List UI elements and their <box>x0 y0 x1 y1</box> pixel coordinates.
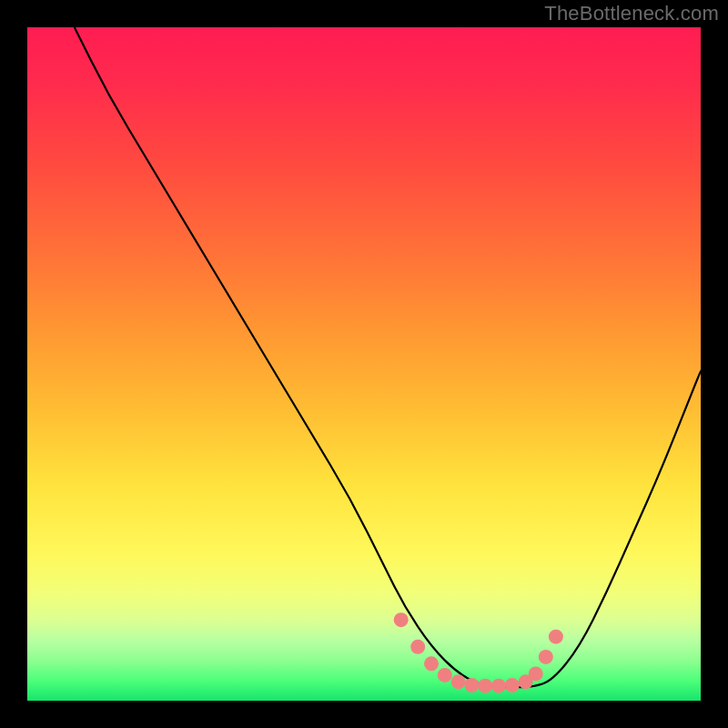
plot-area <box>27 27 701 701</box>
sweet-spot-dot <box>505 678 520 693</box>
sweet-spot-dot <box>394 612 409 627</box>
sweet-spot-dot <box>464 678 479 693</box>
watermark-text: TheBottleneck.com <box>544 2 719 25</box>
chart-frame: TheBottleneck.com <box>0 0 728 728</box>
sweet-spot-dot <box>410 640 425 654</box>
sweet-spot-dot <box>424 656 439 671</box>
sweet-spot-dot <box>478 679 492 693</box>
sweet-spot-dot <box>549 630 563 644</box>
sweet-spot-dot <box>539 650 553 664</box>
bottleneck-curve <box>75 27 701 687</box>
sweet-spot-dot <box>451 674 466 689</box>
sweet-spot-dot <box>529 666 543 681</box>
sweet-spot-dot <box>491 679 506 693</box>
sweet-spot-dots <box>394 612 563 693</box>
sweet-spot-dot <box>438 668 452 682</box>
curve-layer <box>27 27 701 701</box>
